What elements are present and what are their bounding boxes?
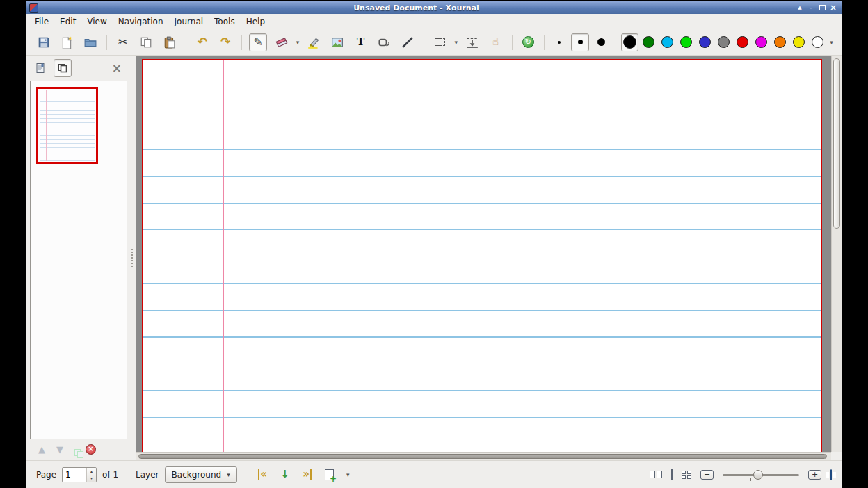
pen-size-fine[interactable]: [550, 33, 568, 51]
text-tool-button[interactable]: T: [352, 33, 370, 51]
vertical-scrollbar-thumb[interactable]: [833, 58, 840, 229]
sidebar-tab-pages[interactable]: [54, 59, 72, 77]
paste-button[interactable]: [161, 33, 179, 51]
default-tool-button[interactable]: ↻: [520, 33, 538, 51]
splitter-grip-icon: [131, 249, 133, 267]
menu-item-file[interactable]: File: [29, 15, 54, 28]
color-swatch-white[interactable]: [809, 33, 826, 51]
two-page-view-button[interactable]: [650, 471, 662, 478]
color-swatch-orange[interactable]: [771, 33, 789, 51]
save-button[interactable]: [35, 33, 53, 51]
highlighter-tool-button[interactable]: [305, 33, 323, 51]
zoom-in-button[interactable]: +: [808, 470, 821, 480]
color-swatch-green[interactable]: [640, 33, 657, 51]
shape-recognizer-button[interactable]: [375, 33, 393, 51]
color-palette: [620, 33, 827, 51]
toolbar-separator: [616, 35, 616, 50]
last-page-button[interactable]: »: [299, 466, 316, 483]
color-swatch-yellow[interactable]: [790, 33, 807, 51]
pen-size-thick[interactable]: [592, 33, 610, 51]
sidebar-tabs: ×: [29, 57, 127, 79]
two-page-icon: [650, 471, 662, 478]
new-document-button[interactable]: [58, 33, 77, 51]
horizontal-scrollbar-thumb[interactable]: [138, 454, 827, 459]
pen-icon: ✎: [253, 37, 262, 48]
page-canvas[interactable]: [142, 59, 822, 452]
menu-item-navigation[interactable]: Navigation: [113, 15, 169, 28]
layer-select[interactable]: Background ▾: [165, 466, 237, 483]
selection-options-dropdown[interactable]: ▾: [452, 39, 460, 46]
color-swatch-black[interactable]: [621, 33, 638, 51]
zoom-slider-handle[interactable]: [753, 470, 763, 480]
color-picker-dropdown[interactable]: ▾: [828, 39, 835, 46]
pages-view-icon: [57, 63, 68, 74]
copy-button[interactable]: [138, 33, 156, 51]
title-bar[interactable]: Unsaved Document - Xournal ▲ – ×: [26, 1, 842, 14]
insert-image-button[interactable]: [328, 33, 346, 51]
page-number-input[interactable]: [63, 468, 86, 482]
redo-button[interactable]: ↷: [217, 33, 235, 51]
menu-item-view[interactable]: View: [81, 15, 112, 28]
first-page-button[interactable]: «: [255, 466, 271, 483]
menu-item-journal[interactable]: Journal: [169, 15, 209, 28]
color-swatch-light-green[interactable]: [677, 33, 695, 51]
canvas-viewport[interactable]: [136, 56, 831, 452]
next-page-button[interactable]: ↓: [277, 466, 294, 483]
color-circle: [793, 36, 805, 48]
pen-size-dot: [597, 38, 605, 46]
sidebar-splitter[interactable]: [127, 56, 136, 460]
app-icon: [29, 3, 38, 13]
zoom-out-button[interactable]: −: [700, 470, 714, 480]
sidebar-tab-document[interactable]: [31, 59, 49, 77]
pen-size-dot: [578, 40, 583, 44]
select-region-button[interactable]: [431, 33, 449, 51]
open-button[interactable]: [81, 33, 99, 51]
color-swatch-red[interactable]: [734, 33, 751, 51]
one-page-view-button[interactable]: [671, 470, 673, 480]
grid-view-icon: [682, 471, 691, 479]
color-swatch-gray[interactable]: [715, 33, 732, 51]
last-page-icon: »: [303, 469, 312, 480]
page-thumbnail-panel[interactable]: [30, 81, 127, 439]
add-page-options-dropdown[interactable]: ▾: [344, 471, 352, 478]
grid-view-button[interactable]: [682, 471, 691, 479]
menu-item-tools[interactable]: Tools: [209, 15, 241, 28]
eraser-options-dropdown[interactable]: ▾: [294, 39, 302, 46]
add-page-icon: +: [325, 469, 334, 480]
page-spin-up-button[interactable]: ▴: [87, 468, 96, 475]
vertical-scrollbar[interactable]: [831, 56, 842, 452]
minimize-button[interactable]: –: [805, 3, 817, 13]
cut-button[interactable]: ✂: [114, 33, 132, 51]
color-swatch-magenta[interactable]: [753, 33, 770, 51]
thumb-move-up-button[interactable]: ▲: [38, 445, 45, 454]
vertical-space-icon: [466, 36, 479, 49]
page-spin-down-button[interactable]: ▾: [87, 475, 96, 482]
chevron-down-icon: ▾: [455, 39, 458, 46]
fullscreen-button[interactable]: [830, 470, 832, 480]
maximize-button[interactable]: [817, 3, 828, 13]
close-button[interactable]: ×: [828, 3, 839, 13]
pen-tool-button[interactable]: ✎: [249, 33, 267, 51]
color-swatch-blue[interactable]: [696, 33, 714, 51]
highlighter-icon: [307, 36, 321, 49]
horizontal-scrollbar[interactable]: [136, 452, 831, 460]
undo-button[interactable]: ↶: [193, 33, 211, 51]
menu-item-help[interactable]: Help: [241, 15, 271, 28]
page-total-label: of 1: [102, 470, 118, 480]
ruler-tool-button[interactable]: [399, 33, 417, 51]
rollup-button[interactable]: ▲: [794, 3, 805, 13]
zoom-slider[interactable]: [723, 467, 799, 482]
hand-tool-button[interactable]: ☝: [487, 33, 505, 51]
add-page-button[interactable]: +: [321, 466, 338, 483]
statusbar-right-group: − +: [650, 467, 832, 482]
thumb-delete-page-button[interactable]: ×: [86, 444, 96, 455]
menu-item-edit[interactable]: Edit: [54, 15, 81, 28]
pen-size-medium[interactable]: [571, 33, 589, 51]
eraser-tool-button[interactable]: [273, 33, 291, 51]
document-view-icon: [35, 63, 46, 74]
color-swatch-light-blue[interactable]: [659, 33, 676, 51]
thumb-move-down-button[interactable]: ▼: [56, 445, 63, 454]
sidebar-close-button[interactable]: ×: [112, 63, 122, 74]
vertical-space-button[interactable]: [463, 33, 481, 51]
page-thumbnail[interactable]: [36, 87, 98, 164]
